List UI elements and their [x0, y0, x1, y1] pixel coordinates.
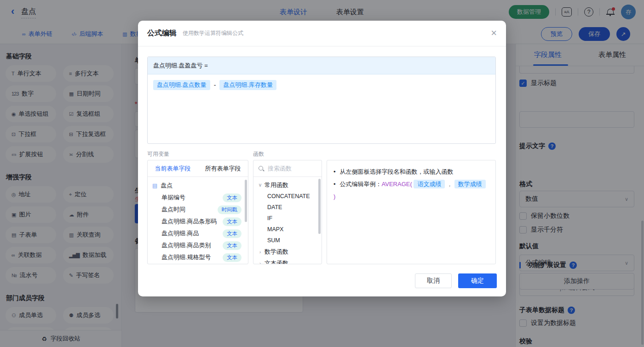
close-icon[interactable]: × [491, 27, 497, 39]
function-group-common[interactable]: ∨常用函数 [253, 179, 322, 191]
type-badge: 文本 [223, 217, 242, 226]
tab-all-form-fields[interactable]: 所有表单字段 [198, 160, 248, 176]
example-chip: 语文成绩 [414, 180, 445, 188]
function-item[interactable]: CONCATENATE [253, 191, 322, 202]
help-text: 从左侧面板选择字段名和函数，或输入函数 [340, 168, 454, 175]
type-badge: 文本 [223, 241, 242, 250]
formula-target: 盘点明细.盘盈盘亏 = [148, 57, 495, 74]
variable-name: 盘点时间 [161, 205, 218, 214]
variable-name: 盘点明细.商品 [161, 229, 223, 238]
variable-row[interactable]: 盘点时间时间戳 [148, 204, 248, 216]
function-item[interactable]: MAPX [253, 224, 322, 235]
form-doc-icon: ▤ [152, 182, 157, 189]
function-group-text[interactable]: ›文本函数 [253, 257, 322, 264]
bullet: • [334, 168, 336, 175]
formula-operator: - [214, 81, 216, 89]
comma-text: ， [447, 181, 453, 188]
example-chip: 数学成绩 [454, 180, 486, 188]
bullet: • [334, 181, 336, 188]
variable-name: 单据编号 [161, 193, 223, 202]
functions-scrollbar-thumb[interactable] [318, 179, 321, 234]
dialog-header: 公式编辑 使用数学运算符编辑公式 × [138, 21, 506, 46]
chevron-right-icon: › [257, 249, 263, 255]
search-icon [258, 165, 264, 172]
formula-editor-dialog: 公式编辑 使用数学运算符编辑公式 × 盘点明细.盘盈盘亏 = 盘点明细.盘点数量… [138, 21, 506, 296]
chevron-open-icon: ∨ [257, 182, 263, 188]
group-label: 常用函数 [264, 181, 288, 189]
close-paren-text: ) [334, 193, 335, 200]
variable-row[interactable]: 单据编号文本 [148, 192, 248, 204]
variables-scrollbar-thumb[interactable] [245, 180, 247, 222]
chevron-right-icon: › [257, 261, 263, 265]
formula-expression-area[interactable]: 盘点明细.盘点数量 - 盘点明细.库存数量 [148, 74, 495, 96]
help-line-2: •公式编辑举例：AVERAGE( 语文成绩 ， 数学成绩 ) [334, 178, 489, 203]
group-label: 数学函数 [264, 248, 288, 256]
confirm-button[interactable]: 确定 [458, 273, 497, 288]
variable-name: 盘点明细.商品类别 [161, 241, 223, 250]
help-panel: •从左侧面板选择字段名和函数，或输入函数 •公式编辑举例：AVERAGE( 语文… [327, 160, 496, 264]
function-item[interactable]: DATE [253, 202, 322, 213]
dialog-subtitle: 使用数学运算符编辑公式 [183, 29, 243, 37]
functions-section-label: 函数 [253, 150, 264, 158]
group-label: 文本函数 [264, 259, 288, 265]
variable-row[interactable]: 盘点明细.商品类别文本 [148, 239, 248, 251]
help-text: 公式编辑举例： [340, 181, 382, 188]
cancel-button[interactable]: 取消 [415, 273, 452, 288]
dialog-footer: 取消 确定 [415, 273, 497, 288]
function-search-input[interactable] [268, 165, 317, 172]
tab-current-form-fields[interactable]: 当前表单字段 [148, 160, 198, 176]
function-search [253, 160, 322, 177]
type-badge: 文本 [223, 229, 242, 238]
variables-section-label: 可用变量 [147, 150, 169, 158]
function-item[interactable]: IF [253, 213, 322, 224]
variable-row[interactable]: 盘点明细.商品条形码文本 [148, 216, 248, 228]
variables-tabs: 当前表单字段 所有表单字段 [148, 160, 248, 177]
formula-operand-chip[interactable]: 盘点明细.盘点数量 [153, 80, 210, 90]
root-label: 盘点 [161, 182, 172, 190]
dialog-title: 公式编辑 [147, 28, 177, 38]
type-badge: 文本 [223, 193, 242, 202]
variables-panel: 当前表单字段 所有表单字段 ▤盘点 单据编号文本 盘点时间时间戳 盘点明细.商品… [147, 160, 248, 264]
function-item[interactable]: SUM [253, 235, 322, 246]
variable-row[interactable]: 盘点明细.规格型号文本 [148, 251, 248, 263]
type-badge: 时间戳 [218, 205, 242, 214]
variable-tree-root[interactable]: ▤盘点 [148, 179, 248, 192]
variable-row[interactable]: 盘点明细.商品文本 [148, 228, 248, 239]
function-name-text: AVERAGE( [382, 181, 412, 188]
variable-name: 盘点明细.规格型号 [161, 253, 223, 262]
function-group-math[interactable]: ›数学函数 [253, 246, 322, 257]
formula-operand-chip[interactable]: 盘点明细.库存数量 [219, 80, 276, 90]
type-badge: 文本 [223, 253, 242, 262]
functions-panel: ∨常用函数 CONCATENATE DATE IF MAPX SUM ›数学函数… [253, 160, 322, 264]
formula-box: 盘点明细.盘盈盘亏 = 盘点明细.盘点数量 - 盘点明细.库存数量 [147, 57, 496, 144]
variable-name: 盘点明细.商品条形码 [161, 217, 223, 226]
help-line-1: •从左侧面板选择字段名和函数，或输入函数 [334, 165, 489, 178]
